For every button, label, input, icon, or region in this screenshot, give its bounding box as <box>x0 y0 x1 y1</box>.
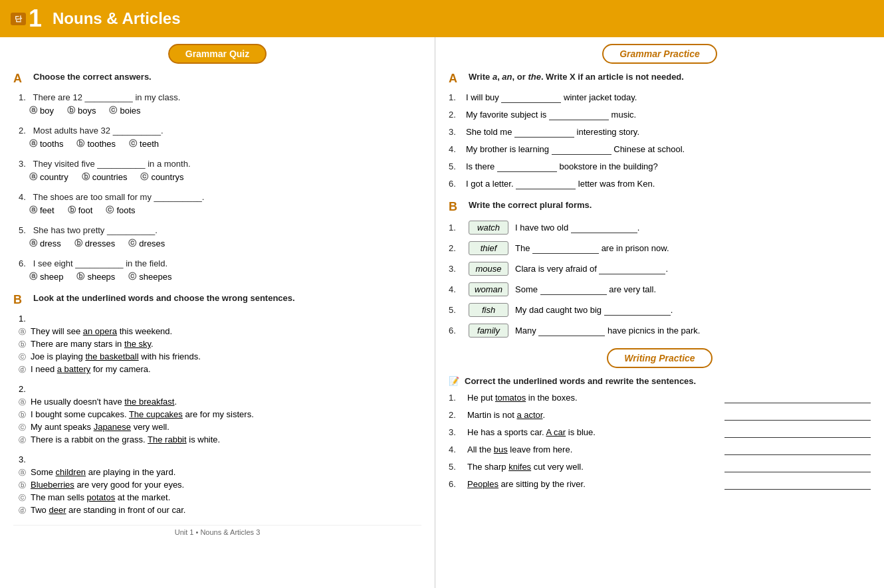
q4-text: The shoes are too small for my _________… <box>33 192 204 202</box>
gp-section-a-instruction: Write a, an, or the. Write X if an artic… <box>469 72 684 82</box>
word-box-5: fish <box>469 303 508 317</box>
gp-section-a-header: A Write a, an, or the. Write X if an art… <box>449 72 871 86</box>
sentence-3d: ⓓ Two deer are standing in front of our … <box>19 505 421 516</box>
q5-text: She has two pretty __________. <box>33 225 158 235</box>
gp-section-b-letter: B <box>449 200 462 214</box>
option-4c[interactable]: ⓒ foots <box>106 205 135 216</box>
gp-item-3: 3. She told me interesting story. <box>449 127 871 138</box>
option-2b[interactable]: ⓑ toothes <box>76 138 116 149</box>
opt-label-1c: ⓒ <box>109 105 117 116</box>
sentence-1a: ⓐ They will see an opera this weekend. <box>19 326 421 337</box>
right-panel: Grammar Practice A Write a, an, or the. … <box>435 37 884 588</box>
sentence-1d: ⓓ I need a battery for my camera. <box>19 364 421 375</box>
opt-text-1b: boys <box>78 106 96 116</box>
option-2a[interactable]: ⓐ tooths <box>29 138 63 149</box>
option-2c[interactable]: ⓒ teeth <box>129 138 159 149</box>
unit-title: Nouns & Articles <box>53 9 180 28</box>
sentence-group-3: 3. ⓐ Some children are playing in the ya… <box>19 454 421 516</box>
wp-item-4: 4. All the bus leave from here. <box>449 444 871 455</box>
sentence-3b: ⓑ Blueberries are very good for your eye… <box>19 480 421 490</box>
quiz-options-2: ⓐ tooths ⓑ toothes ⓒ teeth <box>29 138 421 149</box>
option-3c[interactable]: ⓒ countrys <box>140 171 183 183</box>
option-4b[interactable]: ⓑ foot <box>68 205 93 216</box>
plural-item-4: 4. woman Some are very tall. <box>449 282 871 296</box>
option-1c[interactable]: ⓒ boies <box>109 105 140 116</box>
option-5a[interactable]: ⓐ dress <box>29 238 61 249</box>
section-b-header: B Look at the underlined words and choos… <box>13 293 421 307</box>
q6-text: I see eight __________ in the field. <box>33 258 167 268</box>
word-box-3: mouse <box>469 262 508 276</box>
sentence-2c: ⓒ My aunt speaks Japanese very well. <box>19 422 421 433</box>
sentence-group-1: 1. ⓐ They will see an opera this weekend… <box>19 314 421 375</box>
grammar-banner: Grammar Practice <box>449 44 871 64</box>
wp-answer-1[interactable] <box>724 393 871 403</box>
section-a-instruction: Choose the correct answers. <box>33 72 152 82</box>
section-b-instruction: Look at the underlined words and choose … <box>33 293 295 303</box>
quiz-question-3: 3. They visited five __________ in a mon… <box>19 159 421 169</box>
opt-label-1a: ⓐ <box>29 105 37 116</box>
quiz-item-2: 2. Most adults have 32 __________. ⓐ too… <box>19 126 421 149</box>
opt-text-1c: boies <box>120 106 140 116</box>
wp-answer-6[interactable] <box>724 479 871 490</box>
wp-answer-5[interactable] <box>724 462 871 472</box>
quiz-options-5: ⓐ dress ⓑ dresses ⓒ dreses <box>29 238 421 249</box>
option-5c[interactable]: ⓒ dreses <box>128 238 165 249</box>
wp-item-2: 2. Martin is not a actor. <box>449 410 871 421</box>
option-6a[interactable]: ⓐ sheep <box>29 271 63 282</box>
quiz-options-3: ⓐ country ⓑ countries ⓒ countrys <box>29 171 421 183</box>
section-a-header: A Choose the correct answers. <box>13 72 421 86</box>
wp-item-5: 5. The sharp knifes cut very well. <box>449 462 871 472</box>
quiz-banner-label: Grammar Quiz <box>168 44 267 64</box>
word-box-1: watch <box>469 221 508 235</box>
option-3b[interactable]: ⓑ countries <box>82 171 128 183</box>
quiz-question-1: 1. There are 12 __________ in my class. <box>19 92 421 102</box>
sentence-3c: ⓒ The man sells potatos at the market. <box>19 492 421 503</box>
option-5b[interactable]: ⓑ dresses <box>74 238 116 249</box>
quiz-item-3: 3. They visited five __________ in a mon… <box>19 159 421 183</box>
gp-item-6: 6. I got a letter. letter was from Ken. <box>449 179 871 189</box>
plural-item-1: 1. watch I have two old . <box>449 221 871 235</box>
sentence-3a: ⓐ Some children are playing in the yard. <box>19 467 421 478</box>
wp-item-3: 3. He has a sports car. A car is blue. <box>449 427 871 438</box>
left-panel: Grammar Quiz A Choose the correct answer… <box>0 37 435 588</box>
quiz-item-1: 1. There are 12 __________ in my class. … <box>19 92 421 116</box>
sentence-2a: ⓐ He usually doesn't have the breakfast. <box>19 397 421 407</box>
writing-icon: 📝 <box>449 376 459 386</box>
word-box-2: thief <box>469 241 508 255</box>
plural-item-2: 2. thief The are in prison now. <box>449 241 871 255</box>
opt-text-1a: boy <box>40 106 54 116</box>
unit-number: 1 <box>29 7 42 31</box>
quiz-question-5: 5. She has two pretty __________. <box>19 225 421 235</box>
footer: Unit 1 • Nouns & Articles 3 <box>13 525 421 539</box>
plural-item-5: 5. fish My dad caught two big . <box>449 303 871 317</box>
option-3a[interactable]: ⓐ country <box>29 171 68 183</box>
option-6b[interactable]: ⓑ sheeps <box>76 271 115 282</box>
q2-text: Most adults have 32 __________. <box>33 126 164 136</box>
option-6c[interactable]: ⓒ sheepes <box>128 271 171 282</box>
opt-label-1b: ⓑ <box>67 105 75 116</box>
q1-text: There are 12 __________ in my class. <box>33 92 180 102</box>
wp-answer-4[interactable] <box>724 444 871 455</box>
sentence-2d: ⓓ There is a rabbit on the grass. The ra… <box>19 435 421 445</box>
q2-num: 2. <box>19 126 31 136</box>
quiz-question-6: 6. I see eight __________ in the field. <box>19 258 421 268</box>
wp-item-1: 1. He put tomatos in the boxes. <box>449 393 871 403</box>
wp-item-6: 6. Peoples are sitting by the river. <box>449 479 871 490</box>
quiz-options-4: ⓐ feet ⓑ foot ⓒ foots <box>29 205 421 216</box>
gp-section-a-letter: A <box>449 72 462 86</box>
wp-answer-2[interactable] <box>724 410 871 421</box>
option-1b[interactable]: ⓑ boys <box>67 105 96 116</box>
word-box-6: family <box>469 324 508 338</box>
gp-section-b-instruction: Write the correct plural forms. <box>469 200 592 210</box>
quiz-options-1: ⓐ boy ⓑ boys ⓒ boies <box>29 105 421 116</box>
option-4a[interactable]: ⓐ feet <box>29 205 55 216</box>
plural-item-6: 6. family Many have picnics in the park. <box>449 324 871 338</box>
q1-num: 1. <box>19 92 31 102</box>
section-b-letter: B <box>13 293 27 307</box>
writing-instruction: Correct the underlined words and rewrite… <box>465 376 696 386</box>
writing-section-header: 📝 Correct the underlined words and rewri… <box>449 376 871 386</box>
wp-answer-3[interactable] <box>724 427 871 438</box>
gp-item-2: 2. My favorite subject is music. <box>449 110 871 120</box>
section-a-letter: A <box>13 72 27 86</box>
option-1a[interactable]: ⓐ boy <box>29 105 54 116</box>
